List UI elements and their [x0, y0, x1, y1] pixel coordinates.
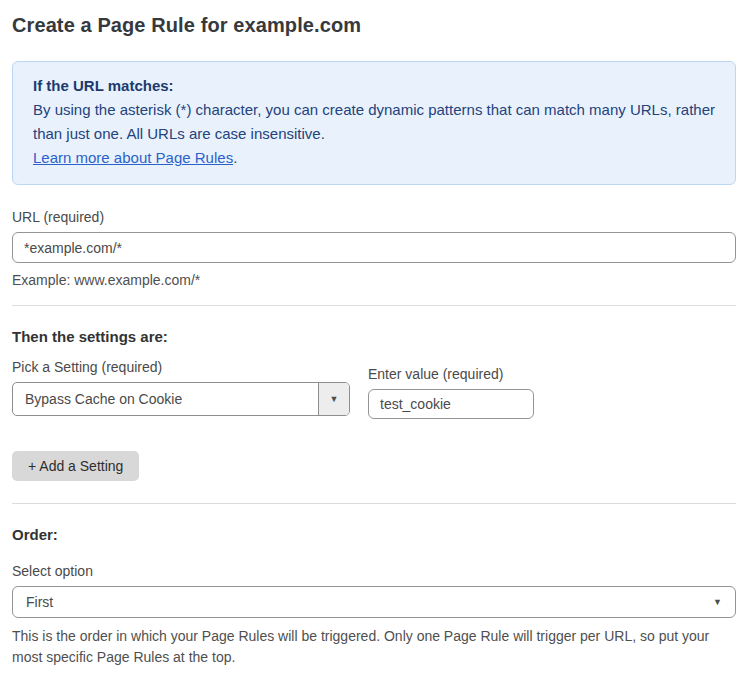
create-page-rule-panel: Create a Page Rule for example.com If th…: [0, 0, 750, 688]
setting-picker-column: Pick a Setting (required) Bypass Cache o…: [12, 345, 350, 416]
url-input[interactable]: [12, 232, 736, 263]
info-box-link-line: Learn more about Page Rules.: [33, 146, 715, 170]
chevron-down-icon: ▼: [713, 598, 722, 607]
url-match-info-box: If the URL matches: By using the asteris…: [12, 61, 736, 185]
divider: [12, 305, 736, 306]
add-setting-button[interactable]: + Add a Setting: [12, 451, 139, 481]
order-select[interactable]: First ▼: [12, 586, 736, 618]
setting-value-label: Enter value (required): [368, 366, 534, 382]
order-select-value: First: [26, 594, 53, 610]
info-box-body: By using the asterisk (*) character, you…: [33, 98, 715, 146]
divider: [12, 503, 736, 504]
setting-select-value: Bypass Cache on Cookie: [13, 383, 318, 415]
setting-value-column: Enter value (required): [368, 352, 534, 419]
info-box-heading: If the URL matches:: [33, 74, 715, 98]
setting-value-input[interactable]: [368, 389, 534, 419]
setting-picker-label: Pick a Setting (required): [12, 359, 350, 375]
settings-row: Pick a Setting (required) Bypass Cache o…: [12, 345, 736, 419]
learn-more-link[interactable]: Learn more about Page Rules: [33, 149, 233, 166]
settings-section-heading: Then the settings are:: [12, 328, 736, 345]
order-select-label: Select option: [12, 563, 736, 579]
url-example-hint: Example: www.example.com/*: [12, 272, 736, 288]
order-section-heading: Order:: [12, 526, 736, 543]
link-suffix: .: [233, 149, 237, 166]
chevron-down-icon: ▼: [330, 395, 339, 404]
setting-select-arrow-button[interactable]: ▼: [318, 383, 349, 415]
setting-select[interactable]: Bypass Cache on Cookie ▼: [12, 382, 350, 416]
page-title: Create a Page Rule for example.com: [12, 14, 736, 37]
url-field-label: URL (required): [12, 209, 736, 225]
order-help-text: This is the order in which your Page Rul…: [12, 626, 734, 668]
